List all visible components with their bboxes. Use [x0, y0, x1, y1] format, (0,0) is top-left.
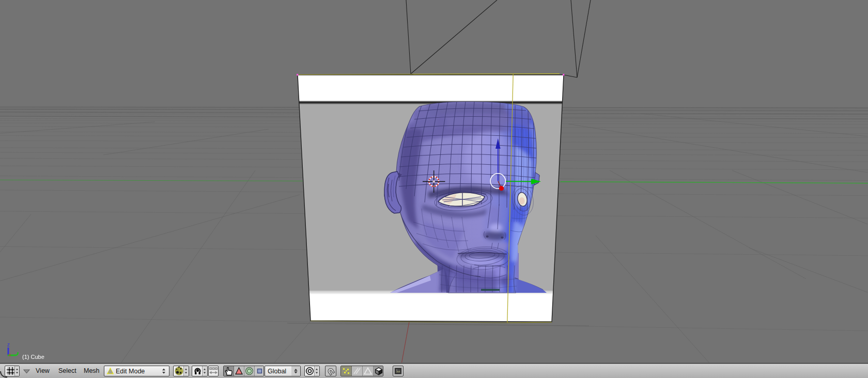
svg-text:x: x [9, 352, 11, 357]
svg-text:z: z [7, 342, 10, 348]
svg-text:(1) Cube: (1) Cube [22, 354, 44, 360]
